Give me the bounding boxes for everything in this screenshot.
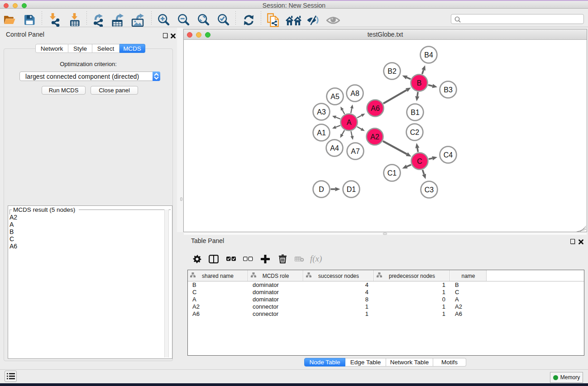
svg-text:B2: B2 — [387, 67, 397, 75]
svg-text:C2: C2 — [410, 129, 420, 136]
svg-text:C3: C3 — [425, 186, 434, 194]
svg-text:A3: A3 — [317, 108, 326, 116]
svg-text:B3: B3 — [444, 86, 453, 94]
svg-text:C4: C4 — [444, 151, 453, 159]
svg-text:A6: A6 — [371, 105, 380, 112]
svg-text:C: C — [417, 157, 422, 165]
svg-text:A4: A4 — [330, 144, 339, 152]
svg-text:A2: A2 — [370, 133, 379, 141]
svg-text:A7: A7 — [351, 148, 360, 155]
svg-text:A1: A1 — [317, 129, 326, 137]
svg-text:A8: A8 — [350, 90, 359, 97]
svg-text:D: D — [319, 186, 324, 193]
svg-text:B1: B1 — [411, 109, 420, 116]
svg-text:B: B — [417, 79, 422, 87]
svg-text:A5: A5 — [330, 93, 339, 100]
svg-text:D1: D1 — [347, 186, 356, 193]
svg-text:C1: C1 — [387, 169, 397, 177]
svg-text:B4: B4 — [424, 51, 433, 59]
svg-text:A: A — [347, 119, 352, 126]
